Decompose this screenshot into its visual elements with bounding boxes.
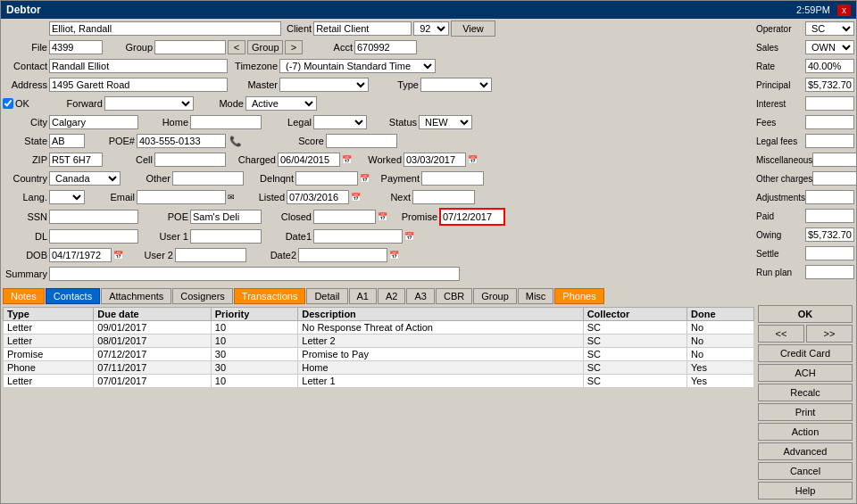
address-input[interactable] [49,78,228,92]
ok-button[interactable]: OK [758,305,853,323]
operator-select[interactable]: SC [805,21,854,36]
owing-row: Owing [756,227,854,243]
owing-input[interactable] [805,227,854,242]
ach-button[interactable]: ACH [758,364,853,382]
status-select[interactable]: NEW [419,115,472,129]
adjustments-label: Adjustments [756,193,805,202]
table-row[interactable]: Phone07/11/201730HomeSCYes [4,361,754,375]
fees-input[interactable] [805,115,854,129]
country-select[interactable]: Canada [49,171,121,186]
delinq-input[interactable] [295,171,358,186]
creditcard-button[interactable]: Credit Card [758,344,853,362]
table-row[interactable]: Letter08/01/201710Letter 2SCNo [4,335,754,348]
worked-input[interactable] [404,153,466,167]
cancel-button[interactable]: Cancel [758,462,853,480]
tab-cbr[interactable]: CBR [436,288,472,304]
table-row[interactable]: Promise07/12/201730Promise to PaySCNo [4,348,754,361]
tab-group[interactable]: Group [473,288,517,304]
forward-select[interactable] [104,96,194,111]
poe-input[interactable] [190,210,262,224]
adjustments-input[interactable] [805,190,854,204]
tab-cosigners[interactable]: Cosigners [172,288,233,304]
lang-row: Lang. Email ✉ Listed 📅 Next [3,189,754,205]
dl-input[interactable] [49,229,138,244]
worked-cal-icon[interactable]: 📅 [468,155,478,164]
print-button[interactable]: Print [758,403,853,421]
payment-input[interactable] [421,171,484,186]
state-input[interactable] [49,134,85,148]
runplan-input[interactable] [805,265,854,279]
lang-select[interactable] [49,190,85,204]
tab-a3[interactable]: A3 [406,288,434,304]
type-select[interactable] [420,78,492,92]
legalfees-input[interactable] [805,134,854,148]
main-content: Client 92 View File Group < Group > Acct [1,19,856,503]
date1-input[interactable] [313,229,403,244]
close-button[interactable]: x [837,4,851,16]
email-input[interactable] [137,190,226,204]
action-button[interactable]: Action [758,423,853,441]
client-input[interactable] [313,21,412,36]
acct-input[interactable] [354,40,417,54]
summary-input[interactable] [49,267,460,281]
user1-input[interactable] [190,229,262,244]
promise-input[interactable] [441,210,503,224]
date2-input[interactable] [298,248,387,262]
misc-input[interactable] [812,153,856,167]
contact-input[interactable] [49,59,228,73]
sales-select[interactable]: OWN [805,40,854,54]
closed-input[interactable] [313,210,376,224]
other-input[interactable] [172,171,244,186]
principal-input[interactable] [805,78,854,92]
score-input[interactable] [326,134,397,148]
operator-row: Operator SC [756,21,854,37]
zip-input[interactable] [49,153,103,167]
dob-input[interactable] [49,248,112,262]
cell-description: Letter 1 [298,375,583,388]
name-input[interactable] [49,21,281,36]
home-input[interactable] [190,115,262,129]
next-input[interactable] [412,190,475,204]
advanced-button[interactable]: Advanced [758,442,853,460]
tab-phones[interactable]: Phones [554,288,603,304]
legal-select[interactable] [313,115,367,129]
tab-transactions[interactable]: Transactions [234,288,306,304]
group-input[interactable] [154,40,226,54]
tab-notes[interactable]: Notes [3,288,45,304]
master-select[interactable] [279,78,369,92]
less-button[interactable]: < [228,40,245,54]
tab-detail[interactable]: Detail [306,288,347,304]
greater-button[interactable]: > [285,40,303,54]
help-button[interactable]: Help [758,482,853,500]
paid-input[interactable] [805,209,854,223]
listed-input[interactable] [287,190,349,204]
tab-a2[interactable]: A2 [378,288,405,304]
othercharges-input[interactable] [812,171,856,186]
ok-checkbox[interactable] [3,98,13,109]
tab-contacts[interactable]: Contacts [46,288,100,304]
city-input[interactable] [49,115,138,129]
recalc-button[interactable]: Recalc [758,384,853,401]
nav-right-button[interactable]: >> [806,325,853,343]
mode-select[interactable]: Active [245,96,317,111]
client-num-select[interactable]: 92 [413,21,449,36]
group-button[interactable]: Group [247,40,283,54]
poenum-input[interactable] [137,134,226,148]
nav-left-button[interactable]: << [758,325,804,343]
file-input[interactable] [49,40,103,54]
tab-a1[interactable]: A1 [349,288,377,304]
tab-misc[interactable]: Misc [518,288,554,304]
table-row[interactable]: Letter07/01/201710Letter 1SCYes [4,375,754,388]
table-row[interactable]: Letter09/01/201710No Response Threat of … [4,321,754,335]
charged-cal-icon[interactable]: 📅 [342,155,352,164]
user2-input[interactable] [175,248,246,262]
rate-input[interactable] [805,59,854,73]
cell-input[interactable] [154,153,226,167]
settle-input[interactable] [805,246,854,260]
timezone-select[interactable]: (-7) Mountain Standard Time [279,59,436,73]
interest-input[interactable] [805,96,854,111]
ssn-input[interactable] [49,210,138,224]
charged-input[interactable] [278,153,340,167]
view-button[interactable]: View [451,21,495,37]
tab-attachments[interactable]: Attachments [101,288,171,304]
